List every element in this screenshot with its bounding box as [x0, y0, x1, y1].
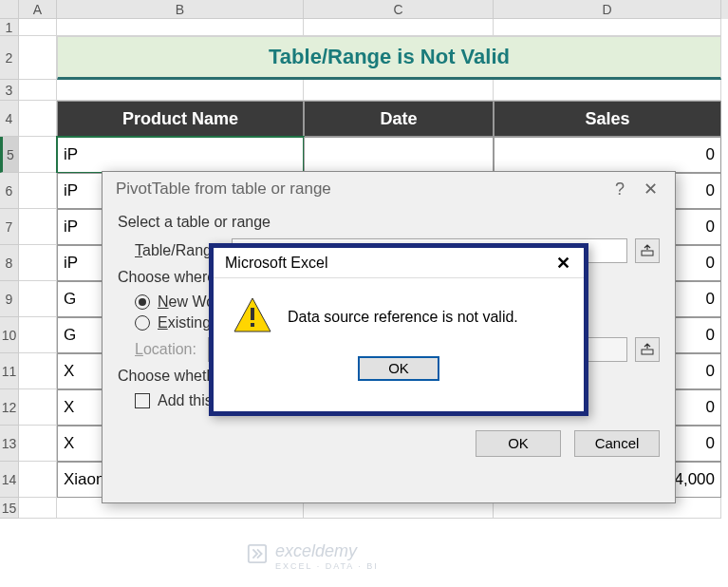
row-header-10[interactable]: 10	[0, 317, 19, 353]
error-dialog-titlebar[interactable]: Microsoft Excel ✕	[214, 248, 584, 278]
cell-A12[interactable]	[19, 389, 57, 426]
cell-A7[interactable]	[19, 209, 57, 245]
svg-rect-3	[251, 308, 254, 320]
range-selector-icon	[641, 343, 654, 356]
row-5: 5 iP 0	[0, 137, 728, 173]
header-product-name[interactable]: Product Name	[57, 101, 304, 137]
close-icon[interactable]: ✕	[635, 179, 665, 199]
cell-B5[interactable]: iP	[57, 137, 304, 173]
collapse-dialog-button[interactable]	[635, 238, 660, 263]
cell-A11[interactable]	[19, 353, 57, 389]
col-header-A[interactable]: A	[19, 0, 57, 19]
watermark-sub: EXCEL · DATA · BI	[275, 561, 379, 571]
column-headers: A B C D	[0, 0, 728, 19]
row-header-7[interactable]: 7	[0, 209, 19, 245]
watermark: exceldemy EXCEL · DATA · BI	[247, 541, 379, 571]
cell-A13[interactable]	[19, 426, 57, 462]
row-header-6[interactable]: 6	[0, 173, 19, 209]
cell-D5[interactable]: 0	[494, 137, 721, 173]
table-range-label: Table/Range	[135, 242, 220, 259]
cell-A8[interactable]	[19, 245, 57, 281]
row-header-1[interactable]: 1	[0, 19, 19, 36]
row-header-3[interactable]: 3	[0, 80, 19, 101]
row-header-8[interactable]: 8	[0, 245, 19, 281]
error-dialog: Microsoft Excel ✕ Data source reference …	[209, 243, 588, 416]
radio-icon	[135, 315, 150, 331]
existing-worksheet-label: Existing	[158, 314, 211, 331]
cell-A14[interactable]	[19, 462, 57, 498]
error-dialog-title: Microsoft Excel	[225, 255, 327, 272]
row-header-2[interactable]: 2	[0, 36, 19, 80]
row-header-11[interactable]: 11	[0, 353, 19, 389]
checkbox-icon	[135, 393, 150, 408]
close-icon[interactable]: ✕	[550, 253, 576, 274]
cell-A5[interactable]	[19, 137, 57, 173]
row-header-14[interactable]: 14	[0, 462, 19, 498]
svg-rect-1	[642, 350, 653, 354]
watermark-name: exceldemy	[275, 541, 357, 560]
cell-A10[interactable]	[19, 317, 57, 353]
title-banner[interactable]: Table/Range is Not Valid	[57, 36, 721, 80]
row-4: 4 Product Name Date Sales	[0, 101, 728, 137]
cell-A9[interactable]	[19, 281, 57, 317]
cell-C1[interactable]	[304, 19, 494, 36]
pivottable-dialog-buttons: OK Cancel	[103, 417, 675, 470]
cell-A1[interactable]	[19, 19, 57, 36]
cell-C5[interactable]	[304, 137, 494, 173]
cell-A6[interactable]	[19, 173, 57, 209]
range-selector-icon	[641, 244, 654, 257]
row-header-9[interactable]: 9	[0, 281, 19, 317]
cell-B3[interactable]	[57, 80, 304, 101]
ok-button[interactable]: OK	[476, 430, 561, 457]
svg-rect-0	[642, 251, 653, 256]
col-header-B[interactable]: B	[57, 0, 304, 19]
warning-icon	[233, 295, 272, 339]
row-header-4[interactable]: 4	[0, 101, 19, 137]
col-header-C[interactable]: C	[304, 0, 494, 19]
watermark-logo-icon	[247, 543, 268, 569]
new-worksheet-label: New Wo	[158, 294, 215, 311]
cell-D3[interactable]	[494, 80, 721, 101]
col-header-D[interactable]: D	[494, 0, 721, 19]
cell-B1[interactable]	[57, 19, 304, 36]
collapse-location-button[interactable]	[635, 337, 660, 362]
pivottable-dialog-title: PivotTable from table or range	[116, 180, 331, 199]
location-label: Location:	[135, 341, 196, 358]
pivottable-dialog-titlebar[interactable]: PivotTable from table or range ? ✕	[103, 172, 675, 206]
header-sales[interactable]: Sales	[494, 101, 721, 137]
row-header-12[interactable]: 12	[0, 389, 19, 426]
row-header-5[interactable]: 5	[0, 137, 19, 173]
cancel-button[interactable]: Cancel	[574, 430, 660, 457]
cell-A4[interactable]	[19, 101, 57, 137]
cell-D1[interactable]	[494, 19, 721, 36]
select-all-corner[interactable]	[0, 0, 19, 19]
header-date[interactable]: Date	[304, 101, 494, 137]
row-1: 1	[0, 19, 728, 36]
row-3: 3	[0, 80, 728, 101]
row-2: 2 Table/Range is Not Valid	[0, 36, 728, 80]
error-message: Data source reference is not valid.	[288, 309, 518, 326]
cell-A2[interactable]	[19, 36, 57, 80]
error-ok-button[interactable]: OK	[358, 356, 439, 381]
select-table-range-label: Select a table or range	[118, 214, 660, 231]
radio-icon	[135, 294, 150, 310]
cell-C3[interactable]	[304, 80, 494, 101]
svg-rect-4	[251, 323, 254, 327]
row-header-15[interactable]: 15	[0, 498, 19, 519]
row-header-13[interactable]: 13	[0, 426, 19, 462]
cell-A15[interactable]	[19, 498, 57, 519]
help-icon[interactable]: ?	[605, 180, 635, 199]
cell-A3[interactable]	[19, 80, 57, 101]
